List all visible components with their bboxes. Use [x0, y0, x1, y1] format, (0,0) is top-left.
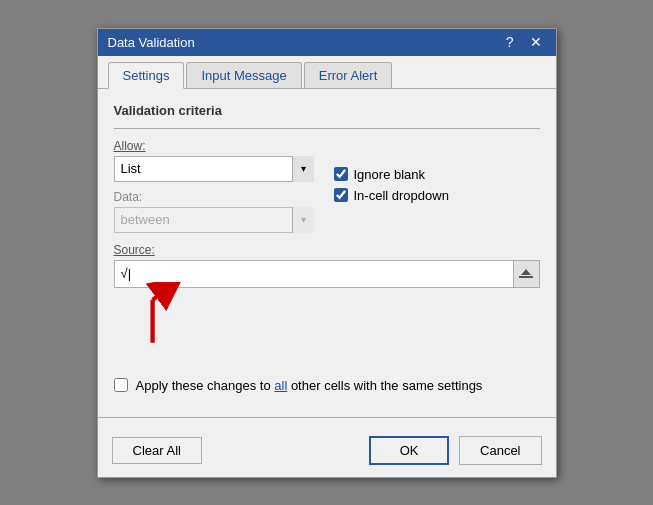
- apply-changes-label: Apply these changes to all other cells w…: [136, 378, 483, 393]
- in-cell-dropdown-row: In-cell dropdown: [334, 188, 540, 203]
- data-select[interactable]: between: [114, 207, 314, 233]
- source-collapse-button[interactable]: [513, 261, 539, 287]
- allow-data-row: Allow: List ▾ Data: between ▾: [114, 139, 540, 233]
- source-label: Source:: [114, 243, 540, 257]
- data-label: Data:: [114, 190, 314, 204]
- in-cell-dropdown-checkbox[interactable]: [334, 188, 348, 202]
- clear-all-button[interactable]: Clear All: [112, 437, 202, 464]
- title-bar: Data Validation ? ✕: [98, 29, 556, 56]
- left-column: Allow: List ▾ Data: between ▾: [114, 139, 314, 233]
- cancel-button[interactable]: Cancel: [459, 436, 541, 465]
- red-arrow-area: [114, 292, 540, 372]
- tab-bar: Settings Input Message Error Alert: [98, 56, 556, 89]
- allow-select[interactable]: List: [114, 156, 314, 182]
- footer: Clear All OK Cancel: [98, 428, 556, 477]
- allow-label: Allow:: [114, 139, 314, 153]
- footer-divider: [98, 417, 556, 418]
- apply-changes-row: Apply these changes to all other cells w…: [114, 378, 540, 393]
- ok-button[interactable]: OK: [369, 436, 449, 465]
- ignore-blank-row: Ignore blank: [334, 167, 540, 182]
- section-title: Validation criteria: [114, 103, 540, 118]
- allow-select-wrapper: List ▾: [114, 156, 314, 182]
- tab-input-message[interactable]: Input Message: [186, 62, 301, 88]
- tab-error-alert[interactable]: Error Alert: [304, 62, 393, 88]
- help-button[interactable]: ?: [502, 35, 518, 49]
- svg-rect-0: [519, 276, 533, 278]
- footer-right-buttons: OK Cancel: [369, 436, 541, 465]
- tab-settings[interactable]: Settings: [108, 62, 185, 89]
- apply-changes-checkbox[interactable]: [114, 378, 128, 392]
- data-select-wrapper: between ▾: [114, 207, 314, 233]
- collapse-icon: [518, 266, 534, 282]
- ignore-blank-label: Ignore blank: [354, 167, 426, 182]
- svg-marker-1: [521, 269, 531, 275]
- apply-link: all: [274, 378, 287, 393]
- in-cell-dropdown-label: In-cell dropdown: [354, 188, 449, 203]
- annotation-arrow: [144, 282, 204, 352]
- section-divider: [114, 128, 540, 129]
- close-button[interactable]: ✕: [526, 35, 546, 49]
- settings-tab-content: Validation criteria Allow: List ▾ Data: …: [98, 89, 556, 417]
- data-validation-dialog: Data Validation ? ✕ Settings Input Messa…: [97, 28, 557, 478]
- ignore-blank-checkbox[interactable]: [334, 167, 348, 181]
- right-column: Ignore blank In-cell dropdown: [334, 139, 540, 209]
- dialog-title: Data Validation: [108, 35, 195, 50]
- title-bar-controls: ? ✕: [502, 35, 546, 49]
